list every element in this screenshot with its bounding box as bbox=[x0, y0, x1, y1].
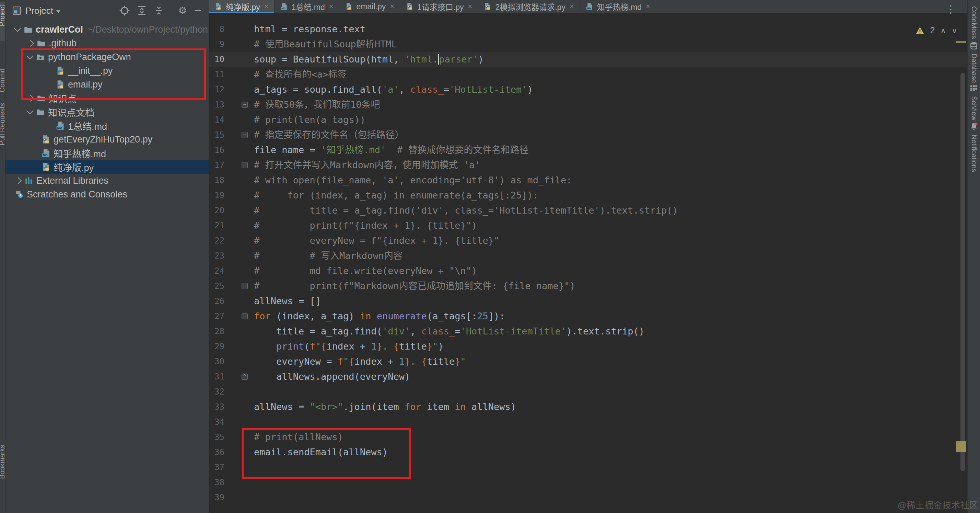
stripe-button-commit[interactable]: Commit bbox=[0, 69, 5, 92]
tab-2模拟浏览器请求-py[interactable]: 2模拟浏览器请求.py× bbox=[478, 0, 579, 13]
code-line-8[interactable]: 8html = response.text bbox=[208, 22, 968, 37]
fold-marker-icon[interactable]: − bbox=[242, 283, 248, 289]
tree-item-crawlerCol[interactable]: crawlerCol~/Desktop/ownProject/python... bbox=[5, 23, 208, 37]
close-icon[interactable]: × bbox=[390, 2, 394, 11]
chevron-down-icon[interactable] bbox=[26, 53, 33, 59]
tree-item--github[interactable]: .github bbox=[5, 37, 208, 50]
chevron-right-icon[interactable] bbox=[15, 177, 22, 184]
collapse-all-icon[interactable] bbox=[154, 5, 164, 16]
hide-icon[interactable]: − bbox=[194, 6, 202, 16]
line-number[interactable]: 33 bbox=[208, 402, 224, 412]
code-line-30[interactable]: 30 everyNew = f"{index + 1}. {title}" bbox=[208, 354, 968, 369]
code-line-9[interactable]: 9# 使用BeautifulSoup解析HTML bbox=[208, 37, 968, 52]
line-number[interactable]: 38 bbox=[208, 478, 224, 487]
tree-item-知识点文档[interactable]: 知识点文档 bbox=[5, 105, 208, 119]
code-line-39[interactable]: 39 bbox=[208, 490, 968, 505]
fold-marker-icon[interactable]: − bbox=[242, 132, 248, 138]
line-number[interactable]: 16 bbox=[208, 145, 224, 155]
tree-item-pythonPackageOwn[interactable]: pythonPackageOwn bbox=[5, 50, 208, 64]
settings-icon[interactable]: ⚙ bbox=[178, 6, 187, 16]
stripe-button-project[interactable]: Project bbox=[0, 5, 5, 26]
line-number[interactable]: 23 bbox=[208, 251, 224, 261]
stripe-button-notifications[interactable]: Notifications bbox=[968, 122, 980, 172]
close-icon[interactable]: × bbox=[264, 2, 269, 11]
line-number[interactable]: 9 bbox=[208, 40, 224, 49]
line-number[interactable]: 15 bbox=[208, 130, 224, 140]
stripe-button-codemoss[interactable]: CodeMoss bbox=[968, 6, 980, 39]
tab-知乎热榜-md[interactable]: MD知乎热榜.md× bbox=[580, 0, 656, 13]
stripe-button-bookmarks[interactable]: Bookmarks bbox=[0, 444, 5, 479]
line-number[interactable]: 18 bbox=[208, 175, 224, 185]
line-number[interactable]: 24 bbox=[208, 266, 224, 276]
code-line-31[interactable]: 31^ allNews.append(everyNew) bbox=[208, 369, 968, 384]
line-number[interactable]: 36 bbox=[208, 448, 224, 457]
line-number[interactable]: 35 bbox=[208, 432, 224, 442]
line-number[interactable]: 29 bbox=[208, 342, 224, 351]
line-number[interactable]: 27 bbox=[208, 311, 224, 321]
code-line-23[interactable]: 23# # 写入Markdown内容 bbox=[208, 248, 968, 263]
fold-marker-icon[interactable]: − bbox=[242, 162, 248, 168]
tree-item-知乎热榜-md[interactable]: MD知乎热榜.md bbox=[5, 146, 208, 160]
tree-item-Scratches and Consoles[interactable]: Scratches and Consoles bbox=[5, 188, 208, 201]
stripe-button-sciview[interactable]: SciView bbox=[968, 84, 980, 121]
code-line-17[interactable]: 17−# 打开文件并写入Markdown内容，使用附加模式 'a' bbox=[208, 158, 968, 173]
code-line-12[interactable]: 12a_tags = soup.find_all('a', class_='Ho… bbox=[208, 82, 968, 97]
chevron-right-icon[interactable] bbox=[27, 95, 34, 102]
line-number[interactable]: 21 bbox=[208, 221, 224, 230]
inspections-widget[interactable]: 2 ∧ ∨ bbox=[915, 25, 957, 35]
chevron-down-icon[interactable] bbox=[56, 10, 61, 13]
code-line-25[interactable]: 25−# print(f"Markdown内容已成功追加到文件: {file_n… bbox=[208, 279, 968, 293]
code-line-28[interactable]: 28 title = a_tag.find('div', class_='Hot… bbox=[208, 324, 968, 339]
code-line-14[interactable]: 14# print(len(a_tags)) bbox=[208, 112, 968, 127]
code-line-26[interactable]: 26allNews = [] bbox=[208, 293, 968, 309]
code-line-35[interactable]: 35# print(allNews) bbox=[208, 430, 968, 444]
code-line-37[interactable]: 37 bbox=[208, 460, 968, 475]
line-number[interactable]: 14 bbox=[208, 115, 224, 125]
line-number[interactable]: 31 bbox=[208, 372, 224, 381]
line-number[interactable]: 25 bbox=[208, 281, 224, 291]
fold-marker-icon[interactable]: − bbox=[242, 313, 248, 319]
line-number[interactable]: 26 bbox=[208, 296, 224, 306]
tab-1请求接口-py[interactable]: 1请求接口.py× bbox=[400, 0, 478, 13]
prev-warning-icon[interactable]: ∧ bbox=[940, 26, 946, 35]
code-line-15[interactable]: 15−# 指定要保存的文件名（包括路径） bbox=[208, 127, 968, 142]
chevron-down-icon[interactable] bbox=[26, 107, 33, 114]
code-line-33[interactable]: 33allNews = "<br>".join(item for item in… bbox=[208, 399, 968, 414]
tree-item-email-py[interactable]: email.py bbox=[5, 78, 208, 91]
line-number[interactable]: 39 bbox=[208, 493, 224, 502]
code-editor[interactable]: 8html = response.text9# 使用BeautifulSoup解… bbox=[208, 13, 968, 505]
line-number[interactable]: 28 bbox=[208, 327, 224, 336]
stripe-button-pull-requests[interactable]: Pull Requests bbox=[0, 103, 5, 145]
line-number[interactable]: 11 bbox=[208, 70, 224, 79]
line-number[interactable]: 32 bbox=[208, 387, 224, 397]
line-number[interactable]: 34 bbox=[208, 417, 224, 427]
tree-item-External Libraries[interactable]: External Libraries bbox=[5, 174, 208, 188]
code-line-20[interactable]: 20# title = a_tag.find('div', class_='Ho… bbox=[208, 203, 968, 218]
chevron-down-icon[interactable] bbox=[14, 25, 21, 32]
tab-纯净版-py[interactable]: 纯净版.py× bbox=[208, 0, 275, 13]
line-number[interactable]: 8 bbox=[208, 24, 224, 34]
close-icon[interactable]: × bbox=[329, 2, 334, 11]
tree-item-1总结-md[interactable]: MD1总结.md bbox=[5, 119, 208, 132]
line-number[interactable]: 19 bbox=[208, 191, 224, 200]
expand-all-icon[interactable] bbox=[137, 5, 147, 16]
code-line-21[interactable]: 21# print(f"{index + 1}. {title}") bbox=[208, 218, 968, 233]
locate-icon[interactable] bbox=[119, 5, 130, 16]
tree-item-纯净版-py[interactable]: 纯净版.py bbox=[5, 160, 208, 174]
tree-item-__init__-py[interactable]: __init__.py bbox=[5, 64, 208, 78]
code-line-27[interactable]: 27−for (index, a_tag) in enumerate(a_tag… bbox=[208, 309, 968, 324]
code-line-29[interactable]: 29 print(f"{index + 1}. {title}") bbox=[208, 339, 968, 354]
line-number[interactable]: 17 bbox=[208, 160, 224, 170]
next-warning-icon[interactable]: ∨ bbox=[951, 26, 957, 35]
fold-marker-icon[interactable]: − bbox=[242, 102, 248, 108]
chevron-right-icon[interactable] bbox=[27, 40, 34, 47]
code-line-18[interactable]: 18# with open(file_name, 'a', encoding='… bbox=[208, 173, 968, 188]
code-line-13[interactable]: 13−# 获取50条，我们取前10条吧 bbox=[208, 97, 968, 112]
tree-item-getEveryZhiHuTop20-py[interactable]: getEveryZhiHuTop20.py bbox=[5, 132, 208, 146]
stripe-button-database[interactable]: Database bbox=[968, 42, 980, 83]
code-line-36[interactable]: 36email.sendEmail(allNews) bbox=[208, 444, 968, 460]
line-number[interactable]: 10 bbox=[208, 54, 224, 64]
line-number[interactable]: 13 bbox=[208, 100, 224, 110]
editor-options-menu-icon[interactable]: ⋮ bbox=[946, 4, 956, 14]
fold-marker-icon[interactable]: ^ bbox=[242, 374, 248, 380]
